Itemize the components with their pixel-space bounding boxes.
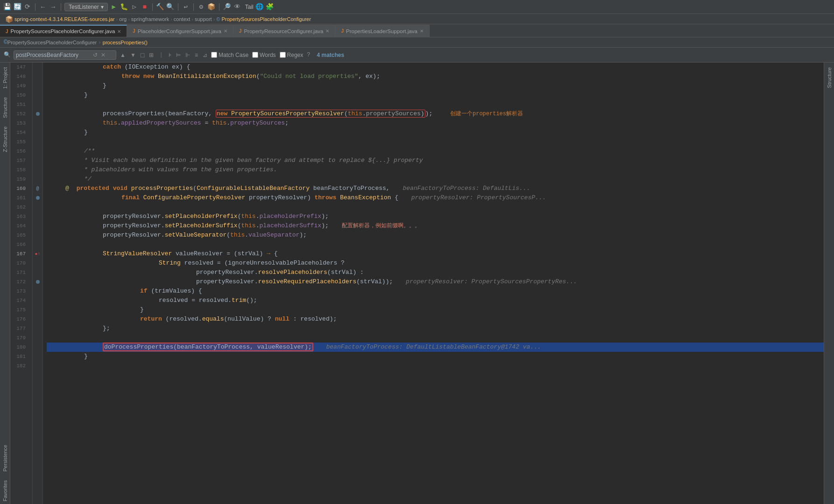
gc-151 xyxy=(33,100,42,109)
gc-177 xyxy=(33,324,42,333)
sidebar-favorites-label[interactable]: Favorites xyxy=(1,477,9,504)
line-173: if (trimValues) { xyxy=(47,287,824,296)
undo-icon[interactable]: ↩ xyxy=(182,3,190,11)
gc-147 xyxy=(33,63,42,72)
words-checkbox[interactable] xyxy=(252,52,258,58)
gutter-dot-152 xyxy=(36,112,40,116)
ln-154: 154 xyxy=(12,128,28,137)
search-bar: 🔍 ↺ ✕ ▲ ▼ □ ⊞ | ⊧ ⊨ ⊩ ≡ ⊿ Match Case Wor… xyxy=(0,48,834,63)
save-icon[interactable]: 💾 xyxy=(3,3,11,11)
tab-label-4: PropertiesLoaderSupport.java xyxy=(346,28,417,34)
sidebar-zstructure-label[interactable]: Z-Structure xyxy=(1,124,9,155)
search-input[interactable] xyxy=(16,52,91,58)
search-up-button[interactable]: ▲ xyxy=(119,51,127,59)
ln-160: 160 xyxy=(12,184,28,193)
ln-155: 155 xyxy=(12,137,28,147)
line-165: propertyResolver.setValueSeparator(this.… xyxy=(47,231,824,240)
find-icon[interactable]: 🔎 xyxy=(223,3,231,11)
gc-181 xyxy=(33,352,42,361)
sdk-manager-icon[interactable]: 📦 xyxy=(207,3,216,11)
search-opt-indent3[interactable]: ⊩ xyxy=(184,51,191,59)
gutter-dot-172 xyxy=(36,280,40,284)
search-wrap-button[interactable]: □ xyxy=(140,51,145,59)
search-clear-button[interactable]: ✕ xyxy=(100,51,106,59)
run-button[interactable]: ▶ xyxy=(110,3,118,11)
breadcrumb-sep: › xyxy=(98,40,101,45)
java-icon-3: J xyxy=(239,28,242,34)
line-160: @ protected void processProperties(Confi… xyxy=(47,184,824,193)
search-filter-button[interactable]: ⊿ xyxy=(202,51,208,59)
gc-157 xyxy=(33,156,42,165)
inspect-icon[interactable]: 🔍 xyxy=(166,3,175,11)
sidebar-structure-label[interactable]: Structure xyxy=(1,94,9,121)
ln-173: 173 xyxy=(12,287,28,296)
sidebar-project-label[interactable]: 1: Project xyxy=(1,64,9,91)
gc-160: @ xyxy=(33,184,42,193)
search-input-wrap: ↺ ✕ xyxy=(14,50,116,60)
search-opt-indent[interactable]: ⊧ xyxy=(168,51,172,59)
sidebar-right-label[interactable]: Structure xyxy=(826,64,833,91)
line-154: } xyxy=(47,128,824,137)
words-option[interactable]: Words xyxy=(252,52,276,58)
match-case-checkbox[interactable] xyxy=(211,52,217,58)
tab-propertiesloadersupport[interactable]: J PropertiesLoaderSupport.java ✕ xyxy=(335,25,429,37)
line-147: catch (IOException ex) { xyxy=(47,63,824,72)
stop-button[interactable]: ■ xyxy=(141,3,149,11)
tab-placeholderconfigurersuport[interactable]: J PlaceholderConfigurerSupport.java ✕ xyxy=(127,25,233,37)
editor-area[interactable]: 147 148 149 150 151 152 153 154 155 156 … xyxy=(10,63,824,504)
ln-152: 152 xyxy=(12,109,28,119)
back-icon[interactable]: ← xyxy=(39,3,47,11)
settings-icon[interactable]: ⚙ xyxy=(197,3,205,11)
sidebar-persistence-label[interactable]: Persistence xyxy=(1,442,9,474)
plugin-icon[interactable]: 🧩 xyxy=(266,3,274,11)
search-opt-indent2[interactable]: ⊨ xyxy=(175,51,182,59)
tab-close-2[interactable]: ✕ xyxy=(224,28,227,34)
fp-sep-2: › xyxy=(128,16,130,22)
tab-propertyresourceconfigurer[interactable]: J PropertyResourceConfigurer.java ✕ xyxy=(233,25,336,37)
hint-180: beanFactoryToProcess: DefaultListableBea… xyxy=(326,343,541,350)
gc-154 xyxy=(33,128,42,137)
match-case-option[interactable]: Match Case xyxy=(211,52,248,58)
help-icon[interactable]: ? xyxy=(307,52,310,58)
tab-close-3[interactable]: ✕ xyxy=(325,28,329,34)
refresh-icon[interactable]: ⟳ xyxy=(23,3,32,11)
regex-label[interactable]: Regex xyxy=(287,52,304,58)
ln-161: 161 xyxy=(12,193,28,203)
search-opt-align[interactable]: ≡ xyxy=(194,51,199,59)
search-prev-button[interactable]: ↺ xyxy=(92,51,99,59)
translate-icon[interactable]: 🌐 xyxy=(255,3,264,11)
preview-icon[interactable]: 👁 xyxy=(233,3,241,11)
line-179 xyxy=(47,333,824,343)
gc-164 xyxy=(33,221,42,231)
match-case-label[interactable]: Match Case xyxy=(219,52,248,58)
tab-close-1[interactable]: ✕ xyxy=(117,29,121,34)
regex-option[interactable]: Regex xyxy=(280,52,304,58)
file-path-bar: 📦 spring-context-4.3.14.RELEASE-sources.… xyxy=(0,14,834,24)
search-down-button[interactable]: ▼ xyxy=(129,51,137,59)
run-with-coverage[interactable]: ▷ xyxy=(130,3,139,11)
ln-174: 174 xyxy=(12,296,28,305)
ln-158: 158 xyxy=(12,165,28,175)
ln-162: 162 xyxy=(12,203,28,212)
gc-170 xyxy=(33,259,42,268)
breadcrumb-method: processProperties() xyxy=(103,40,148,45)
debug-button[interactable]: 🐛 xyxy=(120,3,128,11)
sync-icon[interactable]: 🔄 xyxy=(13,3,21,11)
tab-propertysourcesplaceholderconfigurator[interactable]: J PropertySourcesPlaceholderConfigurer.j… xyxy=(0,25,127,37)
build-icon[interactable]: 🔨 xyxy=(156,3,164,11)
regex-checkbox[interactable] xyxy=(280,52,286,58)
ln-159: 159 xyxy=(12,175,28,184)
code-lines: catch (IOException ex) { throw new BeanI… xyxy=(43,63,824,504)
ln-167: 167 xyxy=(12,249,28,259)
fp-context: context xyxy=(174,16,190,22)
line-180: doProcessProperties(beanFactoryToProcess… xyxy=(47,343,824,352)
words-label[interactable]: Words xyxy=(260,52,276,58)
forward-icon[interactable]: → xyxy=(49,3,57,11)
tab-close-4[interactable]: ✕ xyxy=(420,28,424,34)
breadcrumb-bar: © PropertySourcesPlaceholderConfigurer ›… xyxy=(0,37,834,48)
run-config-selector[interactable]: TestListener ▾ xyxy=(64,3,108,11)
ln-151: 151 xyxy=(12,100,28,109)
search-more-button[interactable]: ⊞ xyxy=(148,51,155,59)
java-icon-2: J xyxy=(133,28,135,34)
breadcrumb-class-icon: © xyxy=(4,39,7,46)
